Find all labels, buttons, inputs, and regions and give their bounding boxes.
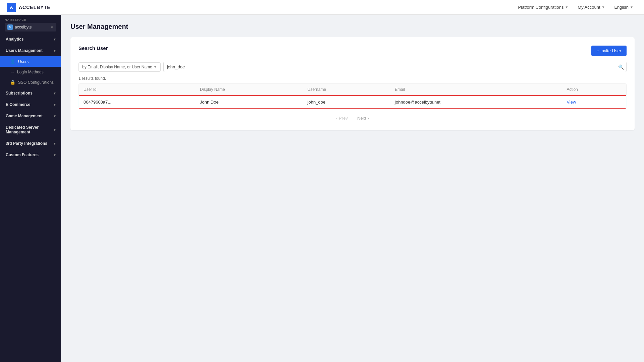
namespace-label: NAMESPACE	[5, 18, 56, 21]
col-user-id: User Id	[79, 84, 195, 96]
invite-user-button[interactable]: + Invite User	[591, 46, 627, 56]
namespace-name: accelbyte	[15, 25, 48, 29]
chevron-down-icon: ▼	[565, 5, 568, 9]
cell-username: john_doe	[303, 96, 390, 109]
chevron-down-icon: ▼	[50, 25, 54, 29]
sidebar-subitem-sso-configurations[interactable]: 🔒 SSO Configurations	[0, 77, 61, 87]
page-title: User Management	[70, 23, 635, 31]
sidebar-item-subscriptions[interactable]: Subscriptions ▼	[0, 87, 61, 99]
sidebar-item-analytics[interactable]: Analytics ▼	[0, 34, 61, 45]
chevron-down-icon: ▼	[602, 5, 605, 9]
col-username: Username	[303, 84, 390, 96]
language-dropdown[interactable]: English ▼	[610, 3, 637, 11]
search-icon[interactable]: 🔍	[618, 64, 624, 70]
top-nav-right: Platform Configurations ▼ My Account ▼ E…	[514, 3, 637, 11]
chevron-down-icon: ▼	[53, 153, 56, 157]
sidebar-item-ecommerce[interactable]: E Commerce ▼	[0, 99, 61, 110]
logo-area: A ACCELBYTE	[7, 3, 51, 12]
chevron-down-icon: ▼	[53, 114, 56, 118]
search-left: by Email, Display Name, or User Name ▼ 🔍	[78, 62, 627, 72]
cell-email: johndoe@accelbyte.net	[390, 96, 562, 109]
chevron-down-icon: ▼	[53, 103, 56, 107]
pagination: ‹ Prev Next ›	[78, 114, 627, 122]
users-table: User Id Display Name Username Email Acti…	[78, 83, 627, 109]
user-icon: 👤	[10, 59, 15, 64]
login-icon: →	[10, 69, 14, 74]
sidebar-item-game-management[interactable]: Game Management ▼	[0, 110, 61, 122]
col-action: Action	[562, 84, 626, 96]
results-text: 1 results found.	[78, 76, 627, 81]
logo-icon: A	[7, 3, 16, 12]
chevron-down-icon: ▼	[53, 49, 56, 53]
namespace-icon: N	[7, 24, 13, 30]
cell-action: View	[562, 96, 626, 109]
namespace-selector[interactable]: N accelbyte ▼	[5, 23, 56, 32]
sidebar-item-custom-features[interactable]: Custom Features ▼	[0, 149, 61, 161]
card-title: Search User	[78, 45, 108, 51]
sidebar-item-dedicated-server-management[interactable]: Dedicated Server Management ▼	[0, 122, 61, 138]
lock-icon: 🔒	[10, 80, 15, 85]
chevron-down-icon: ▼	[53, 38, 56, 41]
sidebar-subitem-login-methods[interactable]: → Login Methods	[0, 67, 61, 77]
table-row: 00479608a7... John Doe john_doe johndoe@…	[79, 96, 626, 109]
logo-text: ACCELBYTE	[19, 5, 51, 10]
next-button[interactable]: Next ›	[355, 114, 372, 122]
cell-user-id: 00479608a7...	[79, 96, 195, 109]
view-link[interactable]: View	[567, 100, 576, 105]
search-row: by Email, Display Name, or User Name ▼ 🔍	[78, 62, 627, 72]
chevron-down-icon: ▼	[53, 92, 56, 95]
sidebar-item-users-management[interactable]: Users Management ▼	[0, 45, 61, 56]
col-email: Email	[390, 84, 562, 96]
search-input[interactable]	[163, 62, 627, 72]
sidebar-item-3rd-party-integrations[interactable]: 3rd Party Integrations ▼	[0, 138, 61, 149]
chevron-down-icon: ▼	[53, 142, 56, 145]
search-user-card: Search User + Invite User by Email, Disp…	[70, 37, 635, 130]
chevron-down-icon: ▼	[53, 128, 56, 132]
my-account-dropdown[interactable]: My Account ▼	[574, 3, 609, 11]
col-display-name: Display Name	[195, 84, 303, 96]
namespace-section: NAMESPACE N accelbyte ▼	[0, 15, 61, 34]
search-filter-dropdown[interactable]: by Email, Display Name, or User Name ▼	[78, 62, 161, 72]
prev-button[interactable]: ‹ Prev	[333, 114, 351, 122]
top-nav: A ACCELBYTE Platform Configurations ▼ My…	[0, 0, 644, 15]
chevron-down-icon: ▼	[154, 65, 157, 69]
content-area: User Management Search User + Invite Use…	[61, 15, 644, 362]
main-layout: NAMESPACE N accelbyte ▼ Analytics ▼ User…	[0, 15, 644, 362]
search-input-wrapper: 🔍	[163, 62, 627, 72]
sidebar-subitem-users[interactable]: 👤 Users	[0, 56, 61, 67]
table-header-row: User Id Display Name Username Email Acti…	[79, 84, 626, 96]
platform-configurations-dropdown[interactable]: Platform Configurations ▼	[514, 3, 573, 11]
chevron-down-icon: ▼	[630, 5, 633, 9]
sidebar: NAMESPACE N accelbyte ▼ Analytics ▼ User…	[0, 15, 61, 362]
cell-display-name: John Doe	[195, 96, 303, 109]
